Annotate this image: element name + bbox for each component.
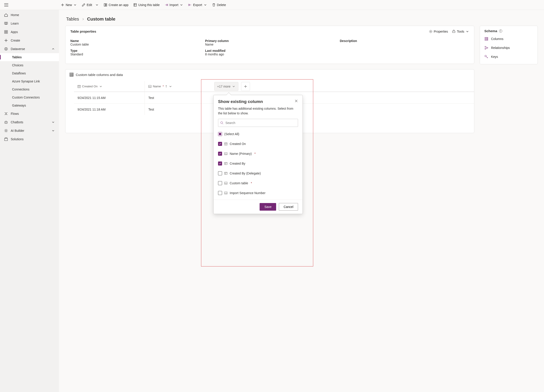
edit-button[interactable]: Edit [80,0,101,9]
primary-column-value: Name [205,43,334,47]
checkbox-indeterminate[interactable] [218,132,222,136]
gear-icon [429,30,432,33]
nav-apps[interactable]: Apps [0,28,59,36]
chevron-down-icon [95,3,99,7]
create-app-button[interactable]: Create an app [101,0,131,9]
save-button[interactable]: Save [260,203,276,211]
breadcrumb: Tables Custom table [66,17,538,22]
column-list[interactable]: (Select All)Created OnName (Primary)*Cre… [213,128,302,200]
global-nav-toggle[interactable] [2,0,11,9]
properties-title: Table properties [70,29,96,33]
text-icon [148,85,152,88]
column-option[interactable]: Created By [218,158,301,168]
checkbox-checked[interactable] [218,162,222,165]
add-column-button[interactable] [241,82,250,91]
nav-tables[interactable]: Tables [0,53,59,61]
tools-button[interactable]: Tools [452,30,469,33]
breadcrumb-root[interactable]: Tables [66,17,79,22]
checkbox-unchecked[interactable] [218,181,222,185]
checkbox-unchecked[interactable] [218,191,222,195]
chevron-down-icon [204,3,207,7]
sort-ascending-icon [165,85,167,88]
nav-connections[interactable]: Connections [0,85,59,93]
nav-choices[interactable]: Choices [0,61,59,69]
number-type-icon [224,191,227,194]
import-button[interactable]: Import [162,0,186,9]
column-option[interactable]: (Select All) [218,129,301,139]
properties-button[interactable]: Properties [429,30,448,33]
column-search-input[interactable] [225,121,296,125]
nav-solutions[interactable]: Solutions [0,135,59,143]
search-icon [220,121,224,125]
new-button[interactable]: New [59,0,79,9]
table-header-row: Created On Name* +17 more [74,81,474,92]
nav-home[interactable]: Home [0,11,59,19]
plus-icon [61,3,64,7]
dataverse-icon [4,47,8,51]
text-type-icon [224,152,227,155]
cell-created-on: 9/24/2021 11:15 AM [77,96,145,100]
import-icon [165,3,168,7]
learn-icon [4,21,8,25]
chevron-down-icon [466,30,469,33]
schema-keys-link[interactable]: Keys [484,54,533,60]
chatbot-icon [4,120,8,124]
column-option[interactable]: Name (Primary)* [218,149,301,158]
last-modified-label: Last modified [205,47,334,53]
column-search[interactable] [218,119,298,127]
flyout-subtitle: This table has additional existing colum… [213,105,302,118]
apps-icon [4,30,8,34]
export-button[interactable]: Export [186,0,209,9]
flyout-title: Show existing column [218,99,263,104]
show-more-columns-button[interactable]: +17 more [214,82,238,91]
cancel-button[interactable]: Cancel [279,203,298,211]
cell-name: Test [145,92,212,103]
date-type-icon [224,142,227,145]
table-icon [133,3,137,7]
checkbox-unchecked[interactable] [218,171,222,175]
using-table-button[interactable]: Using this table [131,0,162,9]
column-option[interactable]: Modified By [218,198,301,200]
checkbox-checked[interactable] [218,152,222,156]
data-card-title: Custom table columns and data [76,73,123,77]
text-type-icon [224,181,227,185]
nav-learn[interactable]: Learn [0,19,59,28]
nav-synapse[interactable]: Azure Synapse Link [0,77,59,85]
column-option[interactable]: Import Sequence Number [218,188,301,198]
type-value: Standard [70,53,200,57]
column-option[interactable]: Custom table* [218,178,301,188]
column-option-label: Import Sequence Number [230,191,266,195]
show-existing-column-flyout: Show existing column This table has addi… [213,95,303,214]
plus-icon [244,85,247,88]
checkbox-checked[interactable] [218,142,222,146]
nav-create[interactable]: Create [0,36,59,45]
nav-gateways[interactable]: Gateways [0,101,59,109]
nav-chatbots[interactable]: Chatbots [0,118,59,126]
info-icon[interactable]: i [499,29,502,33]
column-option[interactable]: Created By (Delegate) [218,168,301,178]
chevron-down-icon [51,129,55,132]
breadcrumb-current: Custom table [87,17,116,22]
command-bar: New Edit Create an app Using this table … [0,0,544,10]
delete-button[interactable]: Delete [210,0,228,9]
close-icon[interactable] [295,99,298,103]
nav-dataflows[interactable]: Dataflows [0,69,59,77]
table-properties-card: Table properties Properties Tools Name C… [65,26,474,64]
column-header-created-on[interactable]: Created On [77,85,145,88]
column-option-label: Created On [230,142,246,146]
schema-relationships-link[interactable]: Relationships [484,45,533,51]
column-header-name[interactable]: Name* [145,81,212,92]
column-option-label: Name (Primary) [230,152,252,155]
content-area: Tables Custom table Table properties Pro… [59,10,544,392]
nav-dataverse[interactable]: Dataverse [0,45,59,53]
ai-icon [4,129,8,133]
nav-ai-builder[interactable]: AI Builder [0,126,59,135]
schema-title: Schema [484,29,497,33]
toolbox-icon [452,30,455,33]
column-option-label: Created By (Delegate) [230,171,261,175]
nav-flows[interactable]: Flows [0,109,59,118]
flow-icon [4,112,8,116]
column-option[interactable]: Created On [218,139,301,149]
nav-custom-connectors[interactable]: Custom Connectors [0,93,59,101]
schema-columns-link[interactable]: Columns [484,36,533,42]
